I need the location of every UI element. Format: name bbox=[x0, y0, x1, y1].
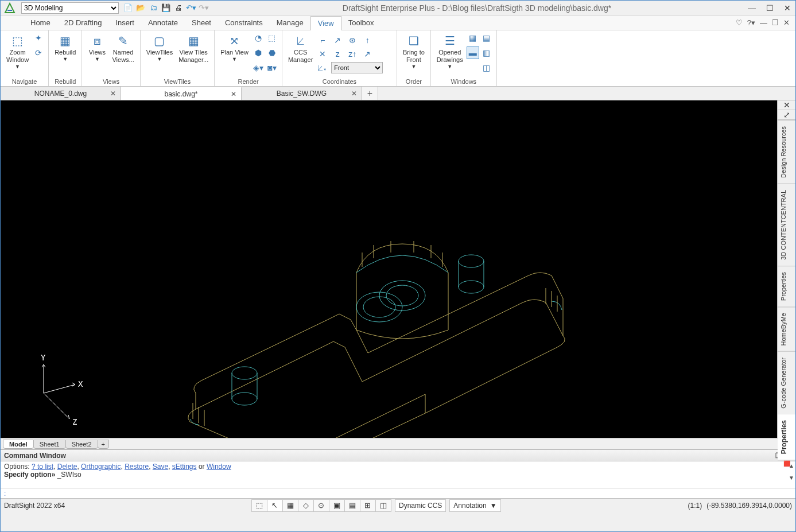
close-tab-icon[interactable]: ✕ bbox=[351, 90, 357, 98]
add-sheet-button[interactable]: + bbox=[98, 440, 109, 449]
file-tab-noname[interactable]: NONAME_0.dwg ✕ bbox=[1, 87, 121, 100]
panel-properties[interactable]: Properties bbox=[778, 266, 795, 306]
redo-icon[interactable]: ↷▾ bbox=[199, 3, 208, 13]
status-tool-ortho[interactable]: ◇ bbox=[298, 499, 314, 512]
status-tool-2[interactable]: ↖ bbox=[267, 499, 283, 512]
render-icon-5[interactable]: ⬣ bbox=[266, 46, 278, 59]
maximize-button[interactable]: ☐ bbox=[764, 3, 776, 13]
open-folder-icon[interactable]: 🗂 bbox=[149, 3, 158, 13]
ribbon-restore-icon[interactable]: ❐ bbox=[772, 18, 779, 27]
tab-constraints[interactable]: Constraints bbox=[218, 16, 270, 29]
close-panel-icon[interactable]: ✕ bbox=[778, 100, 795, 110]
render-icon-1[interactable]: ◔ bbox=[252, 32, 265, 44]
tab-annotate[interactable]: Annotate bbox=[141, 16, 185, 29]
viewtiles-manager-button[interactable]: ▦ View Tiles Manager... bbox=[176, 32, 211, 65]
status-tool-9[interactable]: ◫ bbox=[375, 499, 391, 512]
close-tab-icon[interactable]: ✕ bbox=[110, 90, 116, 98]
zoom-window-button[interactable]: ⬚ Zoom Window ▼ bbox=[4, 32, 31, 71]
undo-icon[interactable]: ↶▾ bbox=[187, 3, 196, 13]
ribbon-minimize-icon[interactable]: — bbox=[760, 18, 767, 27]
tab-sheet[interactable]: Sheet bbox=[185, 16, 218, 29]
coord-icon-5[interactable]: ✕ bbox=[316, 48, 329, 60]
win-icon-2[interactable]: ▬ bbox=[467, 46, 479, 59]
coord-icon-8[interactable]: ↗ bbox=[361, 48, 374, 60]
zoom-fit-icon[interactable]: ✦ bbox=[32, 32, 45, 44]
open-file-icon[interactable]: 📂 bbox=[136, 3, 145, 13]
panel-3d-contentcentral[interactable]: 3D CONTENTCENTRAL bbox=[778, 184, 795, 266]
ribbon-close-icon[interactable]: ✕ bbox=[783, 18, 790, 27]
minimize-button[interactable]: — bbox=[745, 3, 758, 13]
annotation-dropdown[interactable]: Annotation▼ bbox=[449, 499, 500, 512]
plan-view-button[interactable]: ⤧ Plan View ▼ bbox=[218, 32, 251, 63]
tab-2d-drafting[interactable]: 2D Drafting bbox=[57, 16, 109, 29]
coord-icon-9[interactable]: ⟀▾ bbox=[316, 61, 329, 74]
expand-panel-icon[interactable]: ⤢ bbox=[778, 110, 795, 120]
heart-icon[interactable]: ♡ bbox=[736, 18, 743, 27]
render-icon-2[interactable]: ⬢ bbox=[252, 46, 265, 59]
file-tab-basic[interactable]: basic.dwg* ✕ bbox=[121, 87, 242, 100]
new-file-icon[interactable]: 📄 bbox=[123, 3, 133, 13]
tab-view[interactable]: View bbox=[310, 16, 341, 30]
dynamic-ccs-toggle[interactable]: Dynamic CCS bbox=[395, 499, 446, 512]
option-link[interactable]: Restore bbox=[125, 463, 149, 471]
option-link[interactable]: Window bbox=[207, 463, 231, 471]
sheet-tab-model[interactable]: Model bbox=[3, 440, 34, 449]
viewtiles-button[interactable]: ▢ ViewTiles ▼ bbox=[144, 32, 175, 63]
render-icon-6[interactable]: ◙▾ bbox=[266, 61, 278, 74]
workspace-dropdown[interactable]: 3D Modeling bbox=[21, 2, 119, 14]
status-tool-etrack[interactable]: ▤ bbox=[344, 499, 360, 512]
option-link[interactable]: Orthographic bbox=[81, 463, 121, 471]
option-link[interactable]: Delete bbox=[57, 463, 77, 471]
tab-toolbox[interactable]: Toolbox bbox=[341, 16, 381, 29]
ccs-manager-button[interactable]: ⟀ CCS Manager bbox=[286, 32, 315, 65]
status-tool-esnap[interactable]: ▣ bbox=[329, 499, 345, 512]
command-input[interactable]: : bbox=[1, 488, 795, 498]
coord-view-dropdown[interactable]: Front bbox=[331, 62, 383, 73]
sheet-tab-sheet2[interactable]: Sheet2 bbox=[65, 440, 98, 449]
views-button[interactable]: ⧈ Views ▼ bbox=[86, 32, 108, 63]
opened-drawings-button[interactable]: ☰ Opened Drawings ▼ bbox=[434, 32, 465, 71]
render-icon-4[interactable]: ⬚ bbox=[266, 32, 278, 44]
coord-icon-6[interactable]: z bbox=[331, 48, 344, 60]
command-window-header[interactable]: Command Window ❐ ✕ bbox=[1, 450, 795, 461]
orbit-icon[interactable]: ⟳ bbox=[32, 46, 45, 59]
tab-insert[interactable]: Insert bbox=[108, 16, 141, 29]
add-tab-button[interactable]: + bbox=[362, 87, 378, 100]
status-tool-polar[interactable]: ⊙ bbox=[313, 499, 329, 512]
tab-manage[interactable]: Manage bbox=[270, 16, 310, 29]
status-tool-8[interactable]: ⊞ bbox=[360, 499, 376, 512]
named-views-button[interactable]: ✎ Named Views... bbox=[110, 32, 136, 65]
properties-footer-tab[interactable]: Properties bbox=[778, 414, 795, 460]
coord-icon-2[interactable]: ↗ bbox=[331, 34, 344, 46]
bring-to-front-button[interactable]: ❏ Bring to Front ▼ bbox=[401, 32, 427, 71]
print-icon[interactable]: 🖨 bbox=[174, 3, 183, 13]
help-icon[interactable]: ?▾ bbox=[747, 18, 755, 27]
sheet-tab-sheet1[interactable]: Sheet1 bbox=[33, 440, 66, 449]
status-tool-grid[interactable]: ▦ bbox=[282, 499, 298, 512]
drawing-canvas[interactable]: Y X Z bbox=[1, 100, 777, 438]
option-link[interactable]: ? to list bbox=[32, 463, 53, 471]
win-icon-5[interactable]: ◫ bbox=[480, 61, 493, 74]
file-tab-basic-sw[interactable]: Basic_SW.DWG ✕ bbox=[242, 87, 362, 100]
panel-design-resources[interactable]: Design Resources bbox=[778, 120, 795, 184]
coord-icon-1[interactable]: ⌐ bbox=[316, 34, 329, 46]
close-tab-icon[interactable]: ✕ bbox=[231, 90, 236, 98]
rebuild-button[interactable]: ▦ Rebuild ▼ bbox=[52, 32, 78, 63]
coord-icon-3[interactable]: ⊛ bbox=[346, 34, 359, 46]
render-icon-3[interactable]: ◈▾ bbox=[252, 61, 265, 74]
close-button[interactable]: ✕ bbox=[782, 3, 793, 13]
win-icon-1[interactable]: ▦ bbox=[467, 32, 479, 44]
save-icon[interactable]: 💾 bbox=[161, 3, 170, 13]
status-tool-1[interactable]: ⬚ bbox=[251, 499, 267, 512]
win-icon-3[interactable]: ▤ bbox=[480, 32, 493, 44]
option-link[interactable]: Save bbox=[153, 463, 168, 471]
win-icon-4[interactable]: ▥ bbox=[480, 46, 493, 59]
coord-icon-7[interactable]: z↑ bbox=[346, 48, 359, 60]
command-scroll[interactable]: ▲▼ bbox=[789, 463, 794, 481]
status-scale[interactable]: (1:1) bbox=[688, 502, 702, 510]
tab-home[interactable]: Home bbox=[24, 16, 57, 29]
option-link[interactable]: sEttings bbox=[172, 463, 197, 471]
panel-gcode-generator[interactable]: G-code Generator bbox=[778, 351, 795, 414]
panel-homebyme[interactable]: HomeByMe bbox=[778, 306, 795, 351]
coord-icon-4[interactable]: ↑ bbox=[361, 34, 374, 46]
